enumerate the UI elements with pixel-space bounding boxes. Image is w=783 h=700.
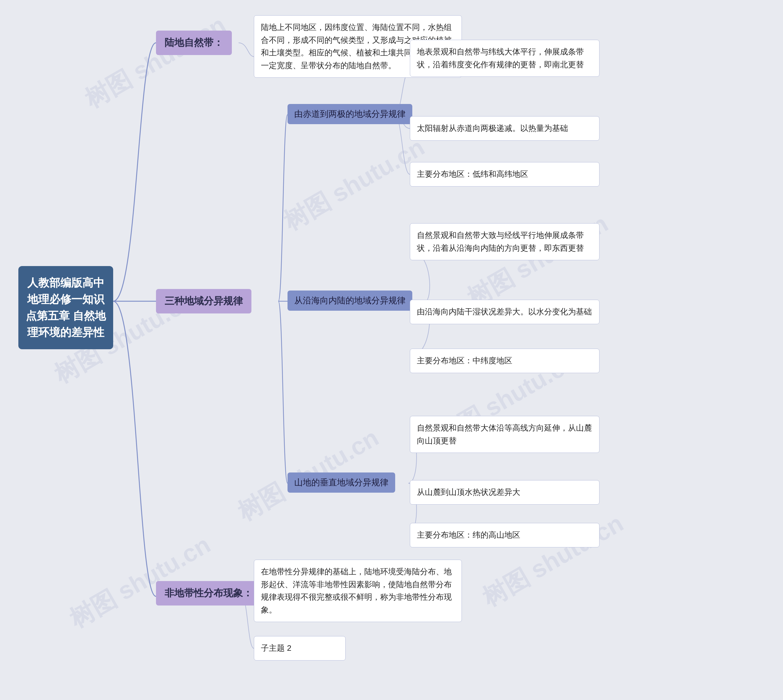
l1-node-terrestrial: 陆地自然带： (156, 31, 232, 55)
l1-node-nonzonal: 非地带性分布现象： (156, 581, 261, 605)
leaf-coast-a: 自然景观和自然带大致与经线平行地伸展成条带状，沿着从沿海向内陆的方向更替，即东西… (410, 223, 600, 260)
l1-three-rules-label: 三种地域分异规律 (165, 295, 243, 307)
l2-node-coastal: 从沿海向内陆的地域分异规律 (288, 290, 412, 311)
leaf-mtn-c-text: 主要分布地区：纬的高山地区 (417, 530, 520, 540)
l2-node-latitude: 由赤道到两极的地域分异规律 (288, 104, 412, 124)
leaf-coast-c-text: 主要分布地区：中纬度地区 (417, 356, 512, 365)
leaf-mtn-c: 主要分布地区：纬的高山地区 (410, 523, 600, 547)
leaf-mtn-b-text: 从山麓到山顶水热状况差异大 (417, 487, 520, 497)
l1-nonzonal-label: 非地带性分布现象： (165, 587, 253, 598)
leaf-mtn-a-text: 自然景观和自然带大体沿等高线方向延伸，从山麓向山顶更替 (417, 423, 592, 445)
leaf-lat-a: 地表景观和自然带与纬线大体平行，伸展成条带状，沿着纬度变化作有规律的更替，即南北… (410, 40, 600, 77)
leaf-mtn-a: 自然景观和自然带大体沿等高线方向延伸，从山麓向山顶更替 (410, 416, 600, 453)
leaf-nonzonal-a: 在地带性分异规律的基础上，陆地环境受海陆分布、地形起伏、洋流等非地带性因素影响，… (254, 560, 462, 622)
leaf-nonzonal-b-text: 子主题 2 (261, 643, 292, 653)
root-node: 人教部编版高中地理必修一知识点第五章 自然地理环境的差异性 (18, 266, 113, 349)
l2-coastal-label: 从沿海向内陆的地域分异规律 (294, 296, 406, 305)
l2-node-mountain: 山地的垂直地域分异规律 (288, 472, 395, 493)
leaf-nonzonal-b: 子主题 2 (254, 636, 346, 660)
l1-node-three-rules: 三种地域分异规律 (156, 289, 252, 313)
root-label: 人教部编版高中地理必修一知识点第五章 自然地理环境的差异性 (26, 277, 106, 338)
leaf-coast-b-text: 由沿海向内陆干湿状况差异大。以水分变化为基础 (417, 307, 592, 316)
leaf-lat-c-text: 主要分布地区：低纬和高纬地区 (417, 169, 528, 178)
leaf-lat-a-text: 地表景观和自然带与纬线大体平行，伸展成条带状，沿着纬度变化作有规律的更替，即南北… (417, 47, 584, 69)
mind-map-canvas: 树图 shutu.cn 树图 shutu.cn 树图 shutu.cn 树图 s… (0, 0, 783, 700)
leaf-lat-b: 太阳辐射从赤道向两极递减。以热量为基础 (410, 116, 600, 141)
watermark-2: 树图 shutu.cn (278, 131, 431, 238)
leaf-lat-c: 主要分布地区：低纬和高纬地区 (410, 162, 600, 187)
leaf-coast-a-text: 自然景观和自然带大致与经线平行地伸展成条带状，沿着从沿海向内陆的方向更替，即东西… (417, 231, 584, 253)
leaf-lat-b-text: 太阳辐射从赤道向两极递减。以热量为基础 (417, 123, 568, 133)
leaf-mtn-b: 从山麓到山顶水热状况差异大 (410, 480, 600, 505)
leaf-coast-c: 主要分布地区：中纬度地区 (410, 348, 600, 373)
l1-terrestrial-label: 陆地自然带： (165, 37, 223, 48)
watermark-1: 树图 shutu.cn (79, 8, 232, 116)
leaf-coast-b: 由沿海向内陆干湿状况差异大。以水分变化为基础 (410, 300, 600, 324)
l2-latitude-label: 由赤道到两极的地域分异规律 (294, 109, 406, 119)
l2-mountain-label: 山地的垂直地域分异规律 (294, 478, 388, 487)
leaf-nonzonal-a-text: 在地带性分异规律的基础上，陆地环境受海陆分布、地形起伏、洋流等非地带性因素影响，… (261, 567, 452, 614)
